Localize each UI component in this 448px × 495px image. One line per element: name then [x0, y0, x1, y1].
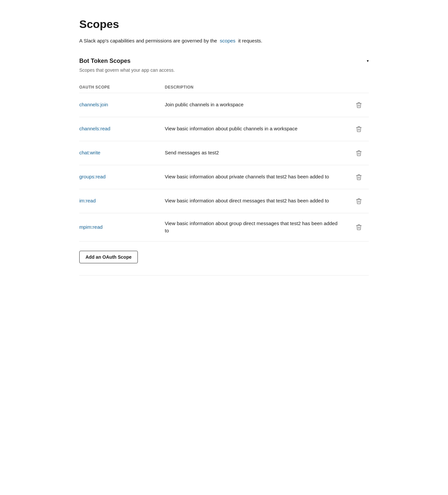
scope-name[interactable]: channels:join: [79, 101, 165, 109]
scope-description: Join public channels in a workspace: [165, 101, 349, 109]
subtitle-text-before: A Slack app's capabilities and permissio…: [79, 38, 217, 43]
scope-description: View basic information about group direc…: [165, 220, 349, 235]
section-title: Bot Token Scopes: [79, 57, 131, 65]
page-subtitle: A Slack app's capabilities and permissio…: [79, 37, 369, 45]
scopes-table: channels:join Join public channels in a …: [79, 93, 369, 242]
table-row: channels:read View basic information abo…: [79, 117, 369, 141]
section-subtitle: Scopes that govern what your app can acc…: [79, 67, 369, 74]
page-container: Scopes A Slack app's capabilities and pe…: [60, 0, 388, 291]
trash-icon: [356, 150, 362, 156]
delete-scope-button[interactable]: [349, 196, 369, 206]
trash-icon: [356, 174, 362, 180]
scope-description: Send messages as test2: [165, 149, 349, 157]
scope-name[interactable]: chat:write: [79, 149, 165, 157]
scope-description: View basic information about private cha…: [165, 173, 349, 181]
chevron-down-icon[interactable]: ▾: [367, 58, 369, 64]
delete-scope-button[interactable]: [349, 148, 369, 158]
delete-scope-button[interactable]: [349, 100, 369, 110]
table-header: OAuth Scope Description: [79, 82, 369, 93]
scope-name[interactable]: mpim:read: [79, 223, 165, 231]
scope-name[interactable]: channels:read: [79, 125, 165, 133]
add-scope-button[interactable]: Add an OAuth Scope: [79, 251, 138, 263]
col1-header: OAuth Scope: [79, 84, 165, 90]
delete-scope-button[interactable]: [349, 172, 369, 182]
bottom-divider: [79, 275, 369, 275]
trash-icon: [356, 102, 362, 108]
page-title: Scopes: [79, 16, 369, 33]
scope-description: View basic information about direct mess…: [165, 197, 349, 205]
delete-scope-button[interactable]: [349, 124, 369, 134]
table-row: chat:write Send messages as test2: [79, 141, 369, 165]
trash-icon: [356, 198, 362, 204]
trash-icon: [356, 126, 362, 132]
table-row: groups:read View basic information about…: [79, 165, 369, 189]
table-row: mpim:read View basic information about g…: [79, 213, 369, 242]
scopes-link[interactable]: scopes: [220, 38, 236, 43]
delete-scope-button[interactable]: [349, 222, 369, 232]
col2-header: Description: [165, 84, 349, 90]
table-row: channels:join Join public channels in a …: [79, 93, 369, 117]
scope-description: View basic information about public chan…: [165, 125, 349, 133]
col3-header: [349, 84, 369, 90]
scope-name[interactable]: groups:read: [79, 173, 165, 181]
table-row: im:read View basic information about dir…: [79, 189, 369, 213]
subtitle-text-after: it requests.: [238, 38, 262, 43]
scope-name[interactable]: im:read: [79, 197, 165, 205]
section-header: Bot Token Scopes ▾: [79, 57, 369, 65]
trash-icon: [356, 224, 362, 230]
